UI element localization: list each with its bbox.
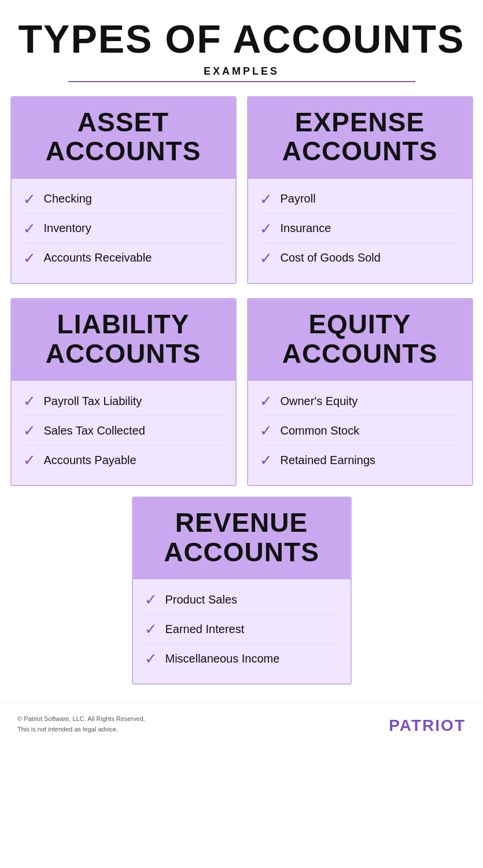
item-label: Common Stock	[281, 424, 360, 437]
equity-card-body: ✓ Owner's Equity ✓ Common Stock ✓ Retain…	[248, 381, 472, 485]
checkmark-icon: ✓	[260, 251, 272, 266]
item-label: Checking	[44, 192, 92, 205]
item-label: Miscellaneous Income	[165, 652, 280, 665]
item-label: Product Sales	[165, 593, 238, 606]
checkmark-icon: ✓	[23, 393, 36, 409]
asset-accounts-card: ASSET ACCOUNTS ✓ Checking ✓ Inventory ✓ …	[10, 96, 237, 284]
checkmark-icon: ✓	[260, 192, 272, 207]
footer-logo: PATRIOT	[389, 716, 466, 735]
subtitle-container: EXAMPLES	[68, 65, 415, 82]
list-item: ✓ Miscellaneous Income	[145, 644, 339, 673]
checkmark-icon: ✓	[145, 592, 157, 607]
revenue-card-title: REVENUE ACCOUNTS	[145, 508, 339, 567]
checkmark-icon: ✓	[23, 251, 36, 266]
list-item: ✓ Retained Earnings	[260, 446, 460, 475]
checkmark-icon: ✓	[260, 393, 272, 409]
item-label: Payroll	[281, 192, 316, 205]
liability-card-title: LIABILITY ACCOUNTS	[23, 310, 224, 368]
equity-card-header: EQUITY ACCOUNTS	[248, 299, 472, 381]
revenue-card-header: REVENUE ACCOUNTS	[133, 498, 351, 579]
asset-card-header: ASSET ACCOUNTS	[12, 97, 235, 179]
asset-card-title: ASSET ACCOUNTS	[23, 108, 224, 166]
item-label: Sales Tax Collected	[44, 424, 145, 437]
checkmark-icon: ✓	[145, 651, 157, 666]
list-item: ✓ Earned Interest	[145, 615, 339, 644]
item-label: Retained Earnings	[281, 454, 376, 467]
list-item: ✓ Owner's Equity	[260, 387, 460, 416]
revenue-accounts-card: REVENUE ACCOUNTS ✓ Product Sales ✓ Earne…	[132, 496, 352, 685]
checkmark-icon: ✓	[260, 423, 272, 438]
top-row-grid: ASSET ACCOUNTS ✓ Checking ✓ Inventory ✓ …	[10, 96, 473, 284]
list-item: ✓ Payroll Tax Liability	[23, 387, 224, 416]
footer-disclaimer: This is not intended as legal advice.	[17, 724, 145, 735]
item-label: Owner's Equity	[281, 395, 358, 408]
list-item: ✓ Accounts Receivable	[23, 244, 224, 273]
subtitle-divider	[68, 81, 415, 82]
checkmark-icon: ✓	[23, 453, 36, 468]
bottom-row-grid: LIABILITY ACCOUNTS ✓ Payroll Tax Liabili…	[10, 298, 473, 486]
list-item: ✓ Cost of Goods Sold	[260, 244, 460, 273]
expense-card-body: ✓ Payroll ✓ Insurance ✓ Cost of Goods So…	[248, 179, 472, 283]
checkmark-icon: ✓	[23, 192, 36, 207]
item-label: Accounts Receivable	[44, 251, 152, 264]
item-label: Accounts Payable	[44, 454, 137, 467]
list-item: ✓ Accounts Payable	[23, 446, 224, 475]
asset-card-body: ✓ Checking ✓ Inventory ✓ Accounts Receiv…	[12, 179, 235, 283]
checkmark-icon: ✓	[260, 453, 272, 468]
liability-card-body: ✓ Payroll Tax Liability ✓ Sales Tax Coll…	[12, 381, 235, 485]
list-item: ✓ Sales Tax Collected	[23, 416, 224, 446]
expense-card-header: EXPENSE ACCOUNTS	[248, 97, 472, 179]
checkmark-icon: ✓	[260, 221, 272, 236]
footer-left: © Patriot Software, LLC. All Rights Rese…	[17, 714, 145, 734]
equity-card-title: EQUITY ACCOUNTS	[260, 310, 460, 368]
equity-accounts-card: EQUITY ACCOUNTS ✓ Owner's Equity ✓ Commo…	[247, 298, 473, 486]
page-title: TYPES OF ACCOUNTS	[19, 17, 465, 61]
expense-card-title: EXPENSE ACCOUNTS	[260, 108, 460, 166]
footer-copyright: © Patriot Software, LLC. All Rights Rese…	[17, 714, 145, 724]
revenue-card-container: REVENUE ACCOUNTS ✓ Product Sales ✓ Earne…	[10, 496, 473, 685]
list-item: ✓ Inventory	[23, 214, 224, 244]
list-item: ✓ Product Sales	[145, 585, 339, 615]
revenue-card-body: ✓ Product Sales ✓ Earned Interest ✓ Misc…	[133, 579, 351, 683]
checkmark-icon: ✓	[23, 221, 36, 236]
checkmark-icon: ✓	[23, 423, 36, 438]
item-label: Inventory	[44, 222, 91, 235]
list-item: ✓ Checking	[23, 185, 224, 214]
checkmark-icon: ✓	[145, 621, 157, 637]
liability-card-header: LIABILITY ACCOUNTS	[12, 299, 235, 381]
footer: © Patriot Software, LLC. All Rights Rese…	[0, 702, 483, 746]
subtitle: EXAMPLES	[204, 65, 279, 78]
item-label: Cost of Goods Sold	[281, 251, 381, 264]
item-label: Earned Interest	[165, 623, 245, 636]
list-item: ✓ Common Stock	[260, 416, 460, 446]
list-item: ✓ Insurance	[260, 214, 460, 244]
item-label: Insurance	[281, 222, 331, 235]
item-label: Payroll Tax Liability	[44, 395, 142, 408]
list-item: ✓ Payroll	[260, 185, 460, 214]
expense-accounts-card: EXPENSE ACCOUNTS ✓ Payroll ✓ Insurance ✓…	[247, 96, 473, 284]
liability-accounts-card: LIABILITY ACCOUNTS ✓ Payroll Tax Liabili…	[10, 298, 237, 486]
